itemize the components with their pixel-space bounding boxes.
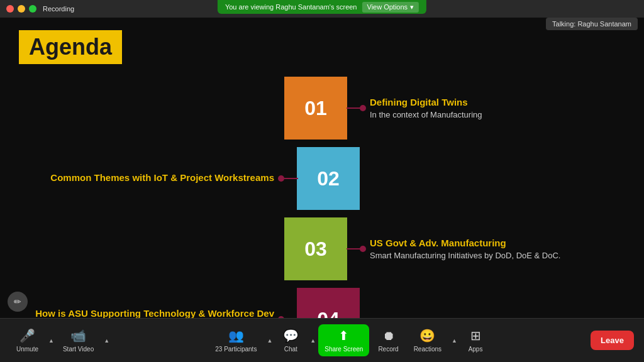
item-4-title: How is ASU Supporting Technology & Workf… — [25, 308, 274, 319]
item-1-title: Defining Digital Twins — [370, 97, 619, 107]
record-button[interactable]: ⏺ Record — [372, 325, 404, 356]
video-icon: 📹 — [70, 328, 86, 343]
apps-icon: ⊞ — [470, 328, 481, 343]
item-3-box: 03 — [284, 217, 347, 280]
start-video-label: Start Video — [63, 346, 94, 353]
item-1-text: Defining Digital Twins In the context of… — [347, 97, 619, 119]
item-box-03: 03 — [284, 217, 347, 280]
reactions-label: Reactions — [414, 346, 441, 353]
toolbar-right: Leave — [591, 331, 634, 350]
presentation-area: Agenda 01 Defining Digital Twins — [0, 18, 644, 318]
item-2-text: Common Themes with IoT & Project Workstr… — [25, 172, 297, 185]
share-screen-icon: ⬆ — [338, 328, 349, 343]
pencil-icon: ✏ — [14, 297, 21, 307]
share-screen-button[interactable]: ⬆ Share Screen — [318, 324, 369, 356]
talking-indicator: Talking: Raghu Santanam — [546, 18, 638, 30]
mic-icon: 🎤 — [19, 328, 35, 343]
toolbar: 🎤 Unmute ▲ 📹 Start Video ▲ 👥 23 Particip… — [0, 318, 644, 362]
leave-button[interactable]: Leave — [591, 331, 634, 350]
unmute-expand-icon[interactable]: ▲ — [48, 337, 54, 344]
banner-text: You are viewing Raghu Santanam's screen — [225, 3, 357, 11]
participants-icon: 👥 — [228, 328, 244, 343]
chat-icon: 💬 — [283, 328, 299, 343]
item-3-text: US Govt & Adv. Manufacturing Smart Manuf… — [347, 238, 619, 260]
close-button[interactable] — [6, 5, 14, 13]
view-options-label: View Options — [367, 3, 408, 11]
item-box-01: 01 — [284, 77, 347, 140]
reactions-icon: 😀 — [419, 328, 435, 343]
participants-label: 23 Participants — [215, 346, 257, 353]
minimize-button[interactable] — [18, 5, 25, 13]
toolbar-center: 👥 23 Participants ▲ 💬 Chat ▲ ⬆ Share Scr… — [209, 324, 491, 356]
chat-button[interactable]: 💬 Chat — [275, 324, 306, 356]
share-screen-label: Share Screen — [325, 346, 363, 353]
agenda-item-1: 01 Defining Digital Twins In the context… — [25, 77, 619, 140]
item-2-box: 02 — [297, 147, 360, 210]
record-icon: ⏺ — [382, 329, 395, 343]
connector-right-3 — [347, 246, 366, 252]
participants-expand-icon[interactable]: ▲ — [267, 337, 272, 344]
reactions-expand-icon[interactable]: ▲ — [452, 337, 457, 344]
chat-label: Chat — [284, 346, 297, 353]
traffic-lights — [6, 5, 36, 13]
item-1-subtitle: In the context of Manufacturing — [370, 110, 619, 119]
item-3-subtitle: Smart Manufacturing Initiatives by DoD, … — [370, 251, 619, 260]
apps-button[interactable]: ⊞ Apps — [460, 324, 491, 356]
item-2-title: Common Themes with IoT & Project Workstr… — [25, 172, 274, 183]
chevron-down-icon: ▾ — [410, 3, 414, 11]
agenda-item-2: Common Themes with IoT & Project Workstr… — [25, 147, 619, 210]
connector-left-2 — [278, 175, 298, 182]
item-3-title: US Govt & Adv. Manufacturing — [370, 238, 619, 248]
record-label: Record — [378, 346, 398, 353]
maximize-button[interactable] — [29, 5, 36, 13]
recording-label: Recording — [43, 5, 74, 13]
slide-title: Agenda — [19, 30, 122, 64]
participants-button[interactable]: 👥 23 Participants — [209, 324, 263, 356]
agenda-item-3: 03 US Govt & Adv. Manufacturing Smart Ma… — [25, 217, 619, 280]
item-box-02: 02 — [297, 147, 360, 210]
agenda-items: 01 Defining Digital Twins In the context… — [19, 77, 625, 351]
toolbar-left: 🎤 Unmute ▲ 📹 Start Video ▲ — [10, 324, 109, 356]
unmute-label: Unmute — [16, 346, 38, 353]
item-1-box: 01 — [284, 77, 347, 140]
reactions-button[interactable]: 😀 Reactions — [408, 324, 448, 356]
apps-label: Apps — [469, 346, 483, 353]
connector-right-1 — [347, 105, 366, 111]
leave-label: Leave — [601, 336, 624, 345]
talking-label: Talking: Raghu Santanam — [552, 20, 631, 28]
pencil-button[interactable]: ✏ — [8, 292, 28, 312]
screen-share-banner: You are viewing Raghu Santanam's screen … — [218, 0, 426, 14]
start-video-button[interactable]: 📹 Start Video — [57, 324, 100, 356]
video-expand-icon[interactable]: ▲ — [104, 337, 109, 344]
unmute-button[interactable]: 🎤 Unmute — [10, 324, 45, 356]
chat-expand-icon[interactable]: ▲ — [310, 337, 316, 344]
view-options-button[interactable]: View Options ▾ — [362, 2, 419, 13]
slide-content: Agenda 01 Defining Digital Twins — [0, 18, 644, 318]
